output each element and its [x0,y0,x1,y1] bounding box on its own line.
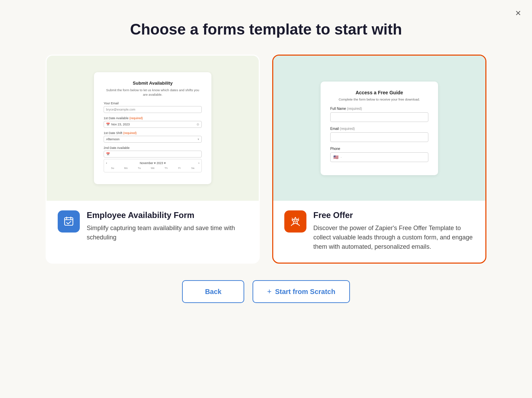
start-from-scratch-button[interactable]: + Start from Scratch [253,280,350,303]
bottom-buttons: Back + Start from Scratch [0,280,532,317]
card-text-offer: Free Offer Discover the power of Zapier'… [313,210,474,252]
back-button[interactable]: Back [182,280,244,303]
page-title: Choose a forms template to start with [0,0,532,55]
card-text-availability: Employee Availability Form Simplify capt… [87,210,248,242]
fp-date2-field: 2nd Date Available 📅 ‹ November ▾ 2023 ▾… [104,146,202,172]
form-preview-offer-title: Access a Free Guide [330,90,428,95]
card-icon-offer [284,210,306,233]
fp-email-right-field: Email (required) [330,127,428,142]
card-preview-right: Access a Free Guide Complete the form be… [273,56,485,201]
cards-container: Submit Availability Submit the form belo… [0,55,532,264]
svg-point-4 [294,220,296,222]
card-employee-availability[interactable]: Submit Availability Submit the form belo… [46,55,260,264]
form-preview-subtitle: Submit the form below to let us know whi… [104,88,202,97]
scratch-label: Start from Scratch [275,288,335,296]
plus-icon: + [267,287,272,296]
card-icon-availability [58,210,80,233]
fp-shift-field: 1st Date Shift (required) Afternoon ▾ [104,131,202,143]
card-title-availability: Employee Availability Form [87,210,248,220]
fp-email-field: Your Email bryce@example.com [104,102,202,113]
card-info-offer: Free Offer Discover the power of Zapier'… [273,201,485,263]
card-desc-availability: Simplify capturing team availability and… [87,224,248,242]
fp-fullname-field: Full Name (required) [330,107,428,122]
close-button[interactable]: × [515,8,521,18]
card-free-offer[interactable]: Access a Free Guide Complete the form be… [272,55,486,264]
form-preview-title: Submit Availability [104,80,202,86]
form-preview-offer: Access a Free Guide Complete the form be… [321,82,438,175]
fp-phone-field: Phone 🇺🇸 - [330,147,428,162]
card-info-availability: Employee Availability Form Simplify capt… [47,201,259,253]
form-preview-availability: Submit Availability Submit the form belo… [94,72,211,184]
card-desc-offer: Discover the power of Zapier's Free Offe… [313,224,474,252]
card-title-offer: Free Offer [313,210,474,220]
fp-date1-field: 1st Date Available (required) 📅 Nov 23, … [104,116,202,128]
card-preview-left: Submit Availability Submit the form belo… [47,56,259,201]
form-preview-offer-subtitle: Complete the form below to receive your … [330,97,428,101]
svg-rect-0 [65,218,73,225]
